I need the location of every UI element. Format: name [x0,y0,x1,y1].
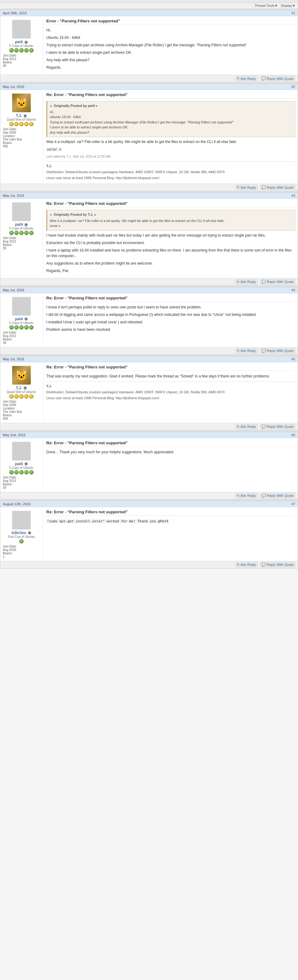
user-meta: Join Date:Aug 2013Beans:39 [3,331,40,345]
post-number: #6 [292,433,295,437]
reply-quote-button[interactable]: 💬 Reply With Quote [260,424,295,430]
pip [19,394,24,399]
user-rank: 5 Cups of Ubuntu [3,44,40,48]
reply-quote-button[interactable]: 💬 Reply With Quote [260,279,295,285]
pip [19,122,24,126]
post-date: April 30th, 2016 [3,11,27,15]
reply-quote-label: Reply With Quote [267,280,294,283]
user-meta-item: Location:The Litter Box [3,134,40,141]
adv-reply-button[interactable]: ↻ Adv Reply [235,562,258,567]
user-meta: Join Date:Sep 2006Location:The Litter Bo… [3,127,40,148]
post-sidebar: pat4 5 Cups of Ubuntu Join Date:Aug 2013… [3,296,43,345]
sig-line: Distribution: Debian/Ubuntu (custom pack… [46,390,295,395]
avatar-placeholder [12,20,31,38]
thread-tools-btn[interactable]: Thread Tools▼ [255,4,278,8]
content-line: Done... Thank you very much for your hel… [46,449,295,455]
adv-reply-button[interactable]: ↻ Adv Reply [235,185,258,190]
content-line: I have a laptop with 16.04 installed and… [46,248,295,259]
adv-reply-button[interactable]: ↻ Adv Reply [235,424,258,430]
post-content: Re: Error - "Parsing Filters not support… [46,441,295,489]
pip [19,48,24,52]
post-sidebar: pat4 5 Cups of Ubuntu Join Date:Aug 2013… [3,201,43,275]
post-content: Re: Error - "Parsing Filters not support… [46,509,295,558]
pip [29,48,33,52]
sig-line: Linux user since at least 1996 Personal … [46,175,295,181]
user-meta-item: Join Date:Aug 2016 [3,545,40,552]
content-line: Was it a multipart .rar? File-roller is … [46,139,295,145]
post-body: pat4 5 Cups of Ubuntu Join Date:Aug 2013… [0,293,298,347]
quote-author: ► Originally Posted by pat4 ■ [50,103,292,108]
user-rank: 5 Cups of Ubuntu [3,321,40,325]
posts-container: April 30th, 2016 #1 pat4 5 Cups of Ubunt… [0,9,298,569]
post-date: May 2nd, 2016 [3,433,25,437]
post-footer: ↻ Adv Reply 💬 Reply With Quote [0,492,298,500]
post-header: April 30th, 2016 #1 [0,10,298,16]
username: pat4 [3,40,40,44]
post-body: pat4 5 Cups of Ubuntu Join Date:Aug 2013… [0,199,298,278]
pip [19,539,24,544]
quote-reply-icon: 💬 [262,425,266,429]
user-meta-item: Join Date:Aug 2013 [3,476,40,482]
reply-quote-button[interactable]: 💬 Reply With Quote [260,76,295,81]
user-rank: First Cup of Ubuntu [3,535,40,538]
sig-name: T.J. [46,164,295,169]
post-sidebar: b3hr3ns First Cup of Ubuntu Join Date:Au… [3,509,43,558]
reply-quote-button[interactable]: 💬 Reply With Quote [260,493,295,498]
reply-quote-label: Reply With Quote [267,186,294,189]
pip [19,470,24,474]
user-meta-item: Beans:39 [3,482,40,489]
username: pat4 [3,462,40,466]
reply-icon: ↻ [237,349,239,353]
adv-reply-label: Adv Reply [241,349,256,353]
post-content: Re: Error - "Parsing Filters not support… [46,201,295,275]
adv-reply-button[interactable]: ↻ Adv Reply [235,493,258,498]
quote-reply-icon: 💬 [262,280,266,284]
pip [24,122,29,126]
display-btn[interactable]: Display▼ [281,4,295,8]
user-rank: Quad Shot of Ubuntu [3,390,40,394]
pip [29,470,33,474]
post-header: May 1st, 2016 #2 [0,84,298,90]
avatar: 🐱 [12,94,31,112]
reply-quote-button[interactable]: 💬 Reply With Quote [260,562,295,567]
quote-line: Trying to extract multi-part archives us… [50,120,292,125]
reply-quote-button[interactable]: 💬 Reply With Quote [260,185,295,190]
post-number: #2 [292,85,295,89]
pip [10,231,14,235]
user-meta-item: Join Date:Sep 2006 [3,400,40,407]
reply-icon: ↻ [237,185,239,189]
adv-reply-button[interactable]: ↻ Adv Reply [235,279,258,285]
reply-icon: ↻ [237,280,239,284]
quote-reply-icon: 💬 [262,494,266,498]
username: pat4 [3,222,40,227]
user-icon [28,531,31,535]
adv-reply-label: Adv Reply [241,425,256,428]
user-rank: Quad Shot of Ubuntu [3,118,40,121]
pip [10,48,14,52]
reply-icon: ↻ [237,494,239,498]
quote-reply-icon: 💬 [262,349,266,353]
post-header: May 1st, 2016 #5 [0,356,298,362]
user-rank: 5 Cups of Ubuntu [3,227,40,230]
post-footer: ↻ Adv Reply 💬 Reply With Quote [0,561,298,568]
pip [24,394,29,399]
post-content: Error - "Parsing Filters not supported" … [46,19,295,72]
avatar-placeholder [12,202,31,221]
username: T.J. [3,386,40,390]
pip [10,394,14,399]
sig-line: Distribution: Debian/Ubuntu (custom pack… [46,169,295,175]
pip [24,325,29,329]
user-rank: 5 Cups of Ubuntu [3,466,40,469]
adv-reply-button[interactable]: ↻ Adv Reply [235,76,258,81]
post-header: May 1st, 2016 #3 [0,193,298,199]
post-number: #7 [292,502,295,506]
pip [14,48,19,52]
post-date: May 1st, 2016 [3,194,24,197]
adv-reply-button[interactable]: ↻ Adv Reply [235,348,258,353]
quote-line: Was it a multipart .rar? File-roller is … [50,218,292,224]
reply-quote-button[interactable]: 💬 Reply With Quote [260,348,295,353]
signature: T.J. Distribution: Debian/Ubuntu (custom… [46,382,295,401]
thread-toolbar: Thread Tools▼ Display▼ [0,3,298,9]
user-meta: Join Date:Aug 2013Beans:39 [3,54,40,67]
avatar-placeholder [12,297,31,316]
